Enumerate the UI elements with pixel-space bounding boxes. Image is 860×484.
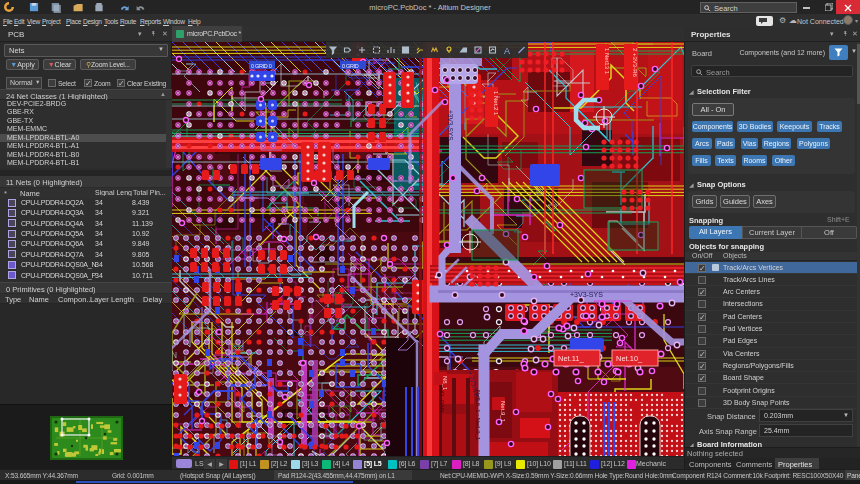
svg-text:N8_1: N8_1 — [442, 376, 448, 391]
svg-text:+3V3-SYS: +3V3-SYS — [570, 291, 603, 298]
svg-text:0 GRID 0: 0 GRID 0 — [251, 63, 272, 69]
svg-text:Net.9_1: Net.9_1 — [500, 401, 506, 423]
svg-text:A: A — [504, 46, 510, 56]
svg-text:1 Net.2 1: 1 Net.2 1 — [493, 91, 499, 116]
svg-text:2 +3V3-R6: 2 +3V3-R6 — [632, 48, 638, 78]
svg-text:Net.10_: Net.10_ — [616, 354, 643, 363]
svg-text:+3V3-SYS: +3V3-SYS — [447, 110, 454, 141]
svg-text:1 Net13 1: 1 Net13 1 — [604, 48, 610, 75]
svg-text:Net.11_: Net.11_ — [558, 354, 585, 363]
svg-text:0 GRID: 0 GRID — [342, 63, 359, 69]
